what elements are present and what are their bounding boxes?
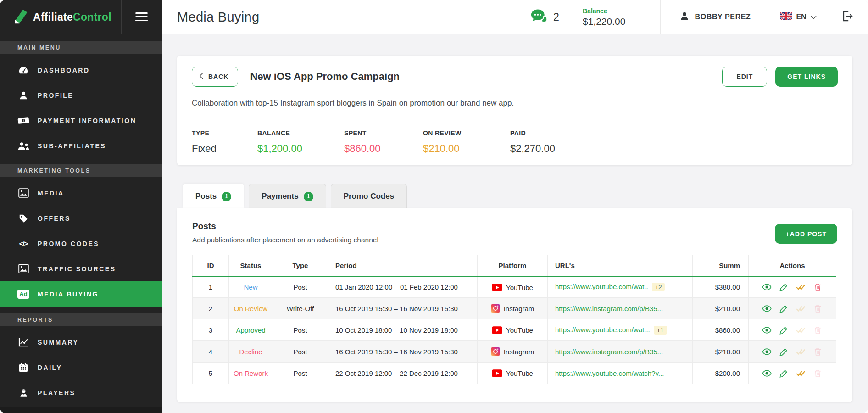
chat-button[interactable]: 2	[515, 0, 575, 34]
daily-icon	[17, 363, 29, 373]
edit-action-icon[interactable]	[779, 282, 789, 292]
post-url-cell: https://www.instagram.com/p/B35...	[548, 341, 693, 363]
sidebar-item-players[interactable]: PLAYERS	[0, 380, 162, 405]
post-period: 01 Jan 2020 12:00 – 01 Feb 2020 12:00	[328, 276, 478, 298]
sub-affiliates-icon	[17, 141, 29, 151]
table-row-3: 3 Approved Post 10 Oct 2019 18:00 – 10 N…	[193, 319, 836, 341]
get-links-button[interactable]: GET LINKS	[775, 67, 838, 87]
sidebar-item-media-buying[interactable]: Ad MEDIA BUYING	[0, 281, 162, 307]
sidebar-item-offers[interactable]: OFFERS	[0, 206, 162, 231]
sidebar-item-dashboard[interactable]: DASHBOARD	[0, 57, 162, 83]
campaign-description: Collaboration with top-15 Instagram spor…	[192, 99, 838, 108]
delete-action-icon[interactable]	[813, 325, 823, 335]
tab-promo-codes[interactable]: Promo Codes	[331, 184, 407, 208]
add-post-button[interactable]: +ADD POST	[775, 224, 837, 244]
post-period: 10 Oct 2019 18:00 – 10 Nov 2019 18:00	[328, 319, 478, 341]
delete-action-icon[interactable]	[813, 368, 823, 378]
hamburger-menu-icon[interactable]	[135, 12, 148, 21]
posts-heading: Posts	[192, 221, 837, 231]
sidebar-item-traffic-sources[interactable]: TRAFFIC SOURCES	[0, 256, 162, 281]
post-type: Post	[273, 363, 328, 384]
back-button[interactable]: BACK	[192, 67, 238, 87]
view-action-icon[interactable]	[762, 282, 772, 292]
chat-count: 2	[553, 11, 559, 23]
logo-text: AffiliateControl	[33, 11, 111, 23]
profile-icon	[17, 90, 29, 100]
sidebar-section-main-menu: MAIN MENU	[0, 41, 162, 54]
players-icon	[17, 388, 29, 398]
tab-payments[interactable]: Payments 1	[249, 184, 326, 208]
post-platform: Instagram	[478, 341, 548, 363]
sidebar-item-profile[interactable]: PROFILE	[0, 83, 162, 108]
post-platform: YouTube	[478, 319, 548, 341]
post-url-link[interactable]: https://www.youtube.com/wat..	[555, 283, 648, 290]
post-url-link[interactable]: https://www.instagram.com/p/B35...	[555, 348, 663, 356]
sidebar-item-summary[interactable]: SUMMARY	[0, 329, 162, 355]
column-header-period: Period	[328, 255, 478, 276]
tab-count-badge: 1	[304, 192, 313, 201]
approve-action-icon[interactable]	[796, 347, 806, 357]
post-actions	[749, 276, 836, 298]
post-summ: $860.00	[693, 319, 749, 341]
edit-action-icon[interactable]	[779, 325, 789, 335]
sidebar-item-daily[interactable]: DAILY	[0, 355, 162, 380]
edit-action-icon[interactable]	[779, 347, 789, 357]
post-platform: YouTube	[478, 363, 548, 384]
delete-action-icon[interactable]	[813, 347, 823, 357]
approve-action-icon[interactable]	[796, 325, 806, 335]
topbar: Media Buying 2 Balance $1,220.00	[162, 0, 868, 34]
language-selector[interactable]: EN	[770, 0, 827, 34]
sidebar-item-promo-codes[interactable]: </> PROMO CODES	[0, 231, 162, 256]
edit-action-icon[interactable]	[779, 368, 789, 378]
logout-button[interactable]	[827, 0, 868, 34]
approve-action-icon[interactable]	[796, 368, 806, 378]
sidebar-footer-strip	[0, 407, 162, 413]
post-summ: $210.00	[693, 298, 749, 319]
post-url-cell: https://www.instagram.com/p/B35...	[548, 298, 693, 319]
post-period: 22 Oct 2019 12:00 – 22 Dec 2019 12:00	[328, 363, 478, 384]
view-action-icon[interactable]	[762, 325, 772, 335]
post-url-link[interactable]: https://www.youtube.com/watch?v...	[555, 369, 664, 377]
delete-action-icon[interactable]	[813, 304, 823, 313]
delete-action-icon[interactable]	[813, 282, 823, 292]
balance-value: $1,220.00	[583, 16, 625, 27]
url-count-badge: +1	[654, 326, 667, 335]
summary-icon	[17, 337, 29, 347]
logo-mark-icon	[13, 9, 28, 26]
sidebar-section-marketing-tools: MARKETING TOOLS	[0, 164, 162, 177]
sidebar-item-sub-affiliates[interactable]: SUB-AFFILIATES	[0, 133, 162, 158]
table-row-2: 2 On Review Write-Off 16 Oct 2019 15:30 …	[193, 298, 836, 319]
balance-section: Balance $1,220.00	[575, 0, 660, 34]
post-period: 16 Oct 2019 15:30 – 16 Nov 2019 15:30	[328, 298, 478, 319]
table-row-4: 4 Decline Post 16 Oct 2019 15:30 – 16 No…	[193, 341, 836, 363]
view-action-icon[interactable]	[762, 304, 772, 313]
post-url-link[interactable]: https://www.instagram.com/p/B35...	[555, 305, 663, 313]
youtube-icon	[492, 284, 502, 291]
app-logo: AffiliateControl	[13, 9, 111, 26]
user-name: BOBBY PEREZ	[695, 13, 751, 21]
sidebar-item-media[interactable]: MEDIA	[0, 180, 162, 206]
tab-posts[interactable]: Posts 1	[183, 184, 244, 208]
sidebar-section-reports: REPORTS	[0, 313, 162, 326]
view-action-icon[interactable]	[762, 368, 772, 378]
column-header-type: Type	[273, 255, 328, 276]
promo-codes-icon: </>	[17, 240, 29, 247]
approve-action-icon[interactable]	[796, 282, 806, 292]
status-badge: On Rework	[229, 363, 273, 384]
user-menu[interactable]: BOBBY PEREZ	[660, 0, 770, 34]
post-id: 4	[193, 341, 229, 363]
stat-type: TYPE Fixed	[192, 129, 257, 155]
sidebar-item-payment-information[interactable]: PAYMENT INFORMATION	[0, 108, 162, 133]
post-url-link[interactable]: https://www.youtube.com/wat...	[555, 326, 650, 334]
view-action-icon[interactable]	[762, 347, 772, 357]
post-summ: $380.00	[693, 276, 749, 298]
approve-action-icon[interactable]	[796, 304, 806, 313]
edit-button[interactable]: EDIT	[722, 67, 767, 87]
edit-action-icon[interactable]	[779, 304, 789, 313]
app-window: AffiliateControl MAIN MENU DASHBOARD PRO…	[0, 0, 868, 413]
posts-subheading: Add publications after placement on an a…	[192, 236, 837, 244]
chat-icon	[531, 9, 547, 25]
status-badge: New	[229, 276, 273, 298]
campaign-header-row: BACK New iOS App Promo Campaign EDIT GET…	[192, 67, 838, 87]
table-header-row: IDStatusTypePeriodPlatformURL'sSummActio…	[193, 255, 836, 276]
